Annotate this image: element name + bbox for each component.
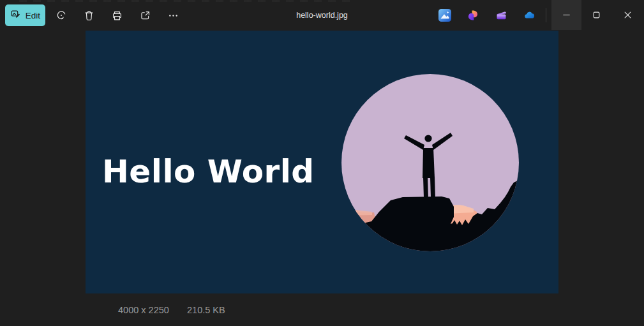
photo-caption-text: Hello World bbox=[102, 153, 315, 190]
titlebar-separator bbox=[546, 8, 546, 22]
photos-app-window: Edit bbox=[0, 0, 644, 326]
edit-button-label: Edit bbox=[26, 11, 40, 20]
file-size-value: 210.5 KB bbox=[187, 294, 225, 326]
rotate-icon bbox=[55, 9, 68, 22]
edit-image-icon bbox=[10, 9, 21, 22]
rotate-button[interactable] bbox=[50, 4, 73, 27]
titlebar: Edit bbox=[0, 0, 644, 31]
share-button[interactable] bbox=[133, 4, 156, 27]
close-icon bbox=[622, 9, 634, 21]
photos-app-icon[interactable] bbox=[438, 9, 451, 22]
designer-app-icon[interactable] bbox=[467, 9, 479, 22]
image-dimensions-value: 4000 x 2250 bbox=[118, 294, 169, 326]
photo-image[interactable]: Hello World bbox=[86, 31, 558, 293]
trash-icon bbox=[83, 10, 95, 22]
more-ellipsis-icon bbox=[167, 10, 179, 22]
delete-button[interactable] bbox=[77, 4, 100, 27]
maximize-icon bbox=[590, 9, 603, 21]
minimize-icon bbox=[560, 9, 573, 21]
onedrive-app-icon[interactable] bbox=[523, 9, 535, 22]
share-icon bbox=[139, 10, 151, 22]
clipchamp-app-icon[interactable] bbox=[495, 9, 507, 22]
maximize-button[interactable] bbox=[581, 0, 611, 30]
close-button[interactable] bbox=[611, 0, 644, 30]
edit-button[interactable]: Edit bbox=[5, 4, 45, 26]
see-more-button[interactable] bbox=[161, 4, 184, 27]
print-button[interactable] bbox=[105, 4, 128, 27]
minimize-button[interactable] bbox=[551, 0, 581, 30]
screen-edge-artifact bbox=[19, 0, 354, 2]
print-icon bbox=[111, 10, 123, 22]
viewer-canvas: Hello World bbox=[0, 31, 644, 294]
statusbar: 4000 x 2250 210.5 KB bbox=[0, 294, 644, 326]
